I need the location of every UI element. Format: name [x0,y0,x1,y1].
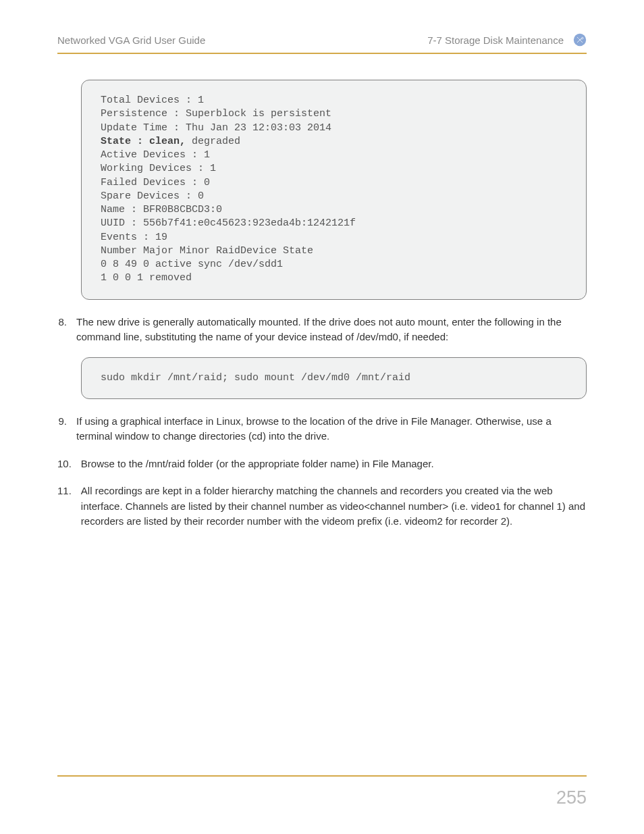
page-header: Networked VGA Grid User Guide 7-7 Storag… [57,34,587,54]
step-text: The new drive is generally automatically… [76,315,587,345]
step-number: 10. [57,457,81,472]
instruction-list: 8. The new drive is generally automatica… [57,315,587,345]
code-line: degraded [186,136,240,147]
step-text: If using a graphical interface in Linux,… [76,414,587,444]
code-line: Working Devices : 1 [101,163,216,174]
code-line: Spare Devices : 0 [101,190,204,202]
code-line: Active Devices : 1 [101,149,210,161]
step-number: 8. [57,315,76,330]
code-line: Name : BFR0B8CBCD3:0 [101,204,222,215]
step-number: 9. [57,414,76,429]
step-number: 11. [57,484,81,499]
tools-icon [573,33,587,47]
step-text: All recordings are kept in a folder hier… [81,484,587,529]
page-number: 255 [556,787,587,808]
list-item: 10. Browse to the /mnt/raid folder (or t… [57,457,587,472]
header-right-wrap: 7-7 Storage Disk Maintenance [427,33,587,47]
footer-divider [57,775,587,777]
header-title-left: Networked VGA Grid User Guide [57,34,205,46]
list-item: 8. The new drive is generally automatica… [57,315,587,345]
header-title-right: 7-7 Storage Disk Maintenance [427,34,564,46]
code-line: UUID : 556b7f41:e0c45623:923eda4b:124212… [101,217,356,229]
code-block-mdadm-output: Total Devices : 1 Persistence : Superblo… [81,80,587,300]
list-item: 11. All recordings are kept in a folder … [57,484,587,529]
code-line: Total Devices : 1 [101,95,204,106]
code-line: Number Major Minor RaidDevice State [101,245,313,257]
list-item: 9. If using a graphical interface in Lin… [57,414,587,444]
code-line: 1 0 0 1 removed [101,272,192,284]
code-line: Failed Devices : 0 [101,177,210,188]
code-line: 0 8 49 0 active sync /dev/sdd1 [101,259,283,270]
step-text: Browse to the /mnt/raid folder (or the a… [81,457,587,472]
code-line: Update Time : Thu Jan 23 12:03:03 2014 [101,122,331,134]
code-line-bold: State : clean, [101,136,186,147]
code-block-mount-command: sudo mkdir /mnt/raid; sudo mount /dev/md… [81,357,587,399]
code-line: sudo mkdir /mnt/raid; sudo mount /dev/md… [101,372,410,384]
instruction-list-continued: 9. If using a graphical interface in Lin… [57,414,587,529]
code-line: Persistence : Superblock is persistent [101,108,331,120]
code-line: Events : 19 [101,232,167,243]
